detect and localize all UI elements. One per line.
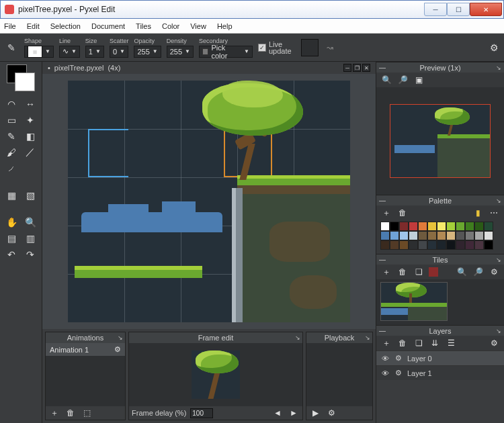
curve-icon[interactable]: ↝: [324, 42, 336, 54]
visibility-icon[interactable]: 👁: [380, 369, 390, 377]
tile-place-icon[interactable]: ▦: [4, 188, 19, 203]
density-dropdown[interactable]: 255▼: [167, 46, 194, 58]
palette-swatch[interactable]: [484, 222, 493, 231]
next-frame-icon[interactable]: ►: [288, 407, 300, 419]
palette-swatch[interactable]: [484, 240, 493, 250]
layer-row[interactable]: 👁 ⚙ Layer 1: [376, 365, 504, 380]
menu-color[interactable]: Color: [162, 22, 179, 30]
scatter-dropdown[interactable]: 0▼: [110, 46, 128, 58]
tiles-zoom-out-icon[interactable]: 🔎: [472, 266, 484, 278]
doc-minimize-icon[interactable]: ─: [343, 64, 351, 72]
menu-document[interactable]: Document: [91, 22, 125, 30]
opacity-dropdown[interactable]: 255▼: [134, 46, 161, 58]
tiles-settings-icon[interactable]: ⚙: [488, 266, 500, 278]
secondary-color-dropdown[interactable]: Pick color▼: [199, 46, 253, 58]
palette-swatch[interactable]: [427, 222, 437, 231]
pin-icon[interactable]: ↘: [496, 328, 501, 334]
eraser-icon[interactable]: ◧: [23, 129, 38, 144]
palette-swatch[interactable]: [409, 222, 418, 231]
delete-tile-icon[interactable]: 🗑: [396, 266, 409, 278]
toolbar-settings-icon[interactable]: ⚙: [488, 42, 500, 54]
lasso-tool-icon[interactable]: ◠: [4, 97, 19, 111]
prev-frame-icon[interactable]: ◄: [271, 407, 284, 419]
live-update-checkbox[interactable]: ✓: [258, 44, 266, 52]
add-animation-icon[interactable]: ＋: [48, 407, 60, 419]
gear-icon[interactable]: ⚙: [114, 345, 121, 354]
palette-swatch[interactable]: [437, 240, 446, 250]
wand-tool-icon[interactable]: ✦: [23, 113, 38, 128]
palette-swatch[interactable]: [418, 231, 427, 240]
color-swatches[interactable]: [7, 64, 35, 91]
palette-swatch[interactable]: [399, 240, 409, 250]
background-color[interactable]: [15, 73, 35, 91]
palette-swatch[interactable]: [446, 240, 456, 250]
cursor-icon[interactable]: ⬚: [81, 407, 93, 419]
palette-swatch[interactable]: [399, 231, 409, 240]
doc-restore-icon[interactable]: ❐: [353, 64, 361, 72]
menu-tiles[interactable]: Tiles: [136, 22, 151, 30]
maximize-button[interactable]: ☐: [447, 3, 470, 16]
palette-swatch[interactable]: [437, 222, 446, 231]
layer-row[interactable]: 👁 ⚙ Layer 0: [376, 350, 504, 365]
zoom-tool-icon[interactable]: 🔍: [23, 215, 38, 230]
pin-icon[interactable]: ↘: [496, 256, 501, 263]
line-dropdown[interactable]: ∿▼: [59, 46, 80, 58]
collapse-icon[interactable]: —: [379, 327, 386, 334]
menu-selection[interactable]: Selection: [50, 22, 81, 30]
tile-select-icon[interactable]: ▧: [23, 188, 38, 203]
gradient-icon[interactable]: ▥: [23, 231, 38, 246]
minimize-button[interactable]: ─: [424, 3, 447, 16]
palette-options-icon[interactable]: ▮: [472, 207, 484, 219]
tile-color-icon[interactable]: [429, 267, 438, 277]
document-tab[interactable]: • pixelTree.pyxel (4x) ─ ❐ ✕: [42, 62, 376, 74]
menu-edit[interactable]: Edit: [27, 22, 40, 30]
palette-swatch[interactable]: [418, 240, 427, 250]
palette-swatch[interactable]: [399, 222, 409, 231]
palette-swatch[interactable]: [390, 240, 399, 250]
size-dropdown[interactable]: 1▼: [85, 46, 104, 58]
pin-icon[interactable]: ↘: [118, 334, 123, 341]
pencil-tool-icon[interactable]: ✎: [4, 40, 19, 55]
menu-help[interactable]: Help: [217, 22, 233, 30]
menu-view[interactable]: View: [190, 22, 206, 30]
duplicate-layer-icon[interactable]: ❏: [413, 337, 425, 349]
palette-grid[interactable]: [376, 220, 504, 254]
palette-swatch[interactable]: [474, 240, 484, 250]
menu-file[interactable]: File: [4, 22, 16, 30]
add-color-icon[interactable]: ＋: [380, 207, 392, 219]
eyedropper-icon[interactable]: ⟋: [4, 161, 19, 176]
play-icon[interactable]: ▶: [309, 407, 321, 419]
palette-swatch[interactable]: [418, 222, 427, 231]
swatch-button[interactable]: [301, 39, 319, 56]
frame-delay-input[interactable]: [190, 408, 213, 418]
pin-icon[interactable]: ↘: [496, 197, 501, 204]
duplicate-tile-icon[interactable]: ❏: [413, 266, 425, 278]
collapse-icon[interactable]: —: [379, 64, 386, 71]
redo-icon[interactable]: ↷: [23, 247, 38, 262]
delete-layer-icon[interactable]: 🗑: [396, 337, 409, 349]
palette-swatch[interactable]: [390, 222, 399, 231]
palette-swatch[interactable]: [456, 240, 465, 250]
palette-swatch[interactable]: [465, 222, 474, 231]
canvas[interactable]: [68, 81, 350, 322]
palette-swatch[interactable]: [465, 240, 474, 250]
palette-swatch[interactable]: [465, 231, 474, 240]
flatten-icon[interactable]: ☰: [445, 337, 457, 349]
palette-swatch[interactable]: [409, 231, 418, 240]
shape-dropdown[interactable]: ■▼: [24, 46, 54, 58]
palette-swatch[interactable]: [446, 231, 456, 240]
fill-icon[interactable]: ▤: [4, 231, 19, 246]
pin-icon[interactable]: ↘: [365, 334, 370, 341]
palette-swatch[interactable]: [456, 222, 465, 231]
collapse-icon[interactable]: —: [379, 256, 386, 263]
palette-swatch[interactable]: [380, 222, 390, 231]
animation-item[interactable]: Animation 1 ⚙: [46, 343, 125, 356]
zoom-in-icon[interactable]: 🔍: [380, 74, 392, 86]
doc-close-icon[interactable]: ✕: [362, 64, 370, 72]
palette-swatch[interactable]: [380, 231, 390, 240]
palette-swatch[interactable]: [427, 231, 437, 240]
visibility-icon[interactable]: 👁: [380, 355, 390, 363]
brush-icon[interactable]: 🖌: [4, 145, 19, 160]
merge-down-icon[interactable]: ⇊: [429, 337, 441, 349]
palette-swatch[interactable]: [474, 231, 484, 240]
